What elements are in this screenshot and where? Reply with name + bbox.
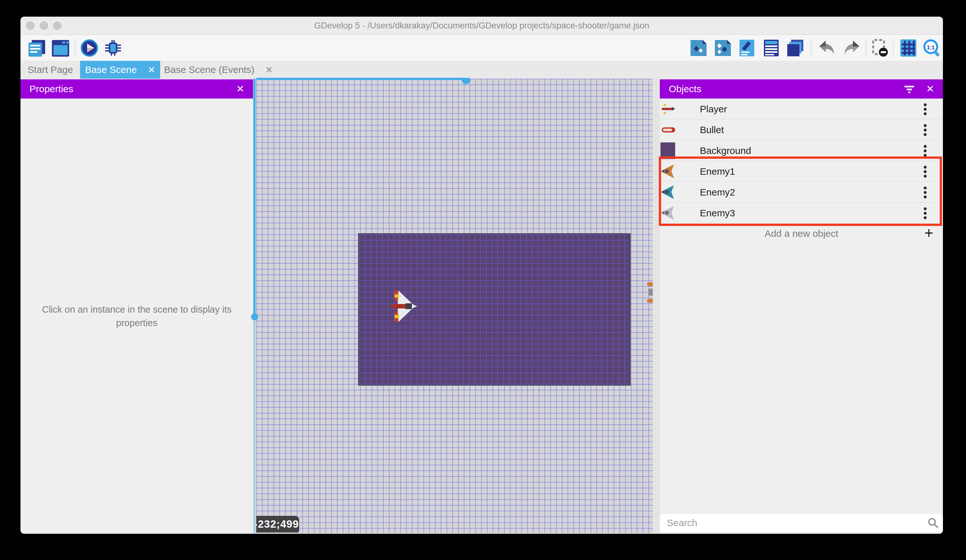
enemy-edge-sprite xyxy=(647,282,653,286)
enemy3-thumbnail-icon xyxy=(660,204,677,222)
tab-label: Base Scene (Events) xyxy=(164,64,254,75)
tab-base-scene-events[interactable]: Base Scene (Events)✕ xyxy=(160,61,277,79)
close-panel-icon[interactable]: ✕ xyxy=(924,79,936,98)
kebab-menu-icon[interactable] xyxy=(918,143,932,158)
selection-resize-handle[interactable] xyxy=(251,313,258,320)
kebab-menu-icon[interactable] xyxy=(918,164,932,178)
svg-text:1:1: 1:1 xyxy=(927,44,935,51)
kebab-menu-icon[interactable] xyxy=(918,206,932,220)
tab-start-page[interactable]: Start Page xyxy=(20,61,80,79)
close-tab-icon[interactable]: ✕ xyxy=(265,61,273,79)
player-ship-sprite[interactable] xyxy=(391,290,418,323)
main-area: Properties ✕ Click on an instance in the… xyxy=(20,79,943,534)
add-object-row[interactable]: Add a new object + xyxy=(660,224,943,243)
toolbar-divider xyxy=(75,39,75,56)
bullet-thumbnail-icon xyxy=(660,121,677,139)
objects-editor-icon[interactable] xyxy=(688,39,708,57)
object-row-enemy1[interactable]: Enemy1 xyxy=(660,161,943,182)
selection-edge-left-faded xyxy=(253,317,256,533)
object-label: Background xyxy=(700,140,751,161)
search-input[interactable] xyxy=(666,514,916,532)
undo-icon[interactable] xyxy=(816,39,838,57)
object-label: Enemy2 xyxy=(700,182,735,203)
kebab-menu-icon[interactable] xyxy=(918,102,932,116)
instances-list-icon[interactable] xyxy=(761,39,781,57)
close-panel-icon[interactable]: ✕ xyxy=(235,79,246,98)
panel-title: Properties xyxy=(30,84,73,94)
objects-panel: Objects ✕ Player Bullet Background xyxy=(660,79,943,534)
app-window: GDevelop 5 - /Users/dkarakay/Documents/G… xyxy=(20,16,943,534)
player-thumbnail-icon xyxy=(660,100,677,118)
kebab-menu-icon[interactable] xyxy=(918,185,932,199)
properties-panel: Properties ✕ Click on an instance in the… xyxy=(20,79,253,534)
window-title: GDevelop 5 - /Users/dkarakay/Documents/G… xyxy=(20,16,943,34)
cursor-coordinates-badge: -232;499 xyxy=(256,516,299,532)
object-row-bullet[interactable]: Bullet xyxy=(660,120,943,140)
layers-editor-icon[interactable] xyxy=(785,39,805,57)
kebab-menu-icon[interactable] xyxy=(918,123,932,137)
main-toolbar: 1:1 xyxy=(20,35,943,61)
properties-header: Properties ✕ xyxy=(20,79,253,98)
object-label: Player xyxy=(700,98,727,120)
objects-header: Objects ✕ xyxy=(660,79,943,98)
enemy-edge-sprite xyxy=(647,299,653,303)
toolbar-divider xyxy=(866,39,866,56)
render-mask-icon[interactable] xyxy=(870,39,890,57)
zoom-original-icon[interactable]: 1:1 xyxy=(922,39,941,57)
start-page-icon[interactable] xyxy=(51,39,71,57)
enemy1-thumbnail-icon xyxy=(660,162,677,180)
grid-icon[interactable] xyxy=(899,39,918,57)
objects-list: Player Bullet Background Enemy1 Enemy2 E… xyxy=(660,98,943,223)
filter-icon[interactable] xyxy=(904,84,915,94)
search-icon xyxy=(928,517,938,528)
background-thumbnail-icon xyxy=(660,142,677,159)
panel-title: Objects xyxy=(669,84,702,94)
close-tab-icon[interactable]: ✕ xyxy=(148,61,155,79)
object-label: Enemy1 xyxy=(700,161,735,182)
project-manager-icon[interactable] xyxy=(27,39,47,57)
tab-label: Base Scene xyxy=(85,64,137,75)
object-search[interactable] xyxy=(660,514,943,532)
scene-canvas[interactable]: -232;499 xyxy=(256,79,653,533)
object-row-player[interactable]: Player xyxy=(660,98,943,120)
toolbar-divider xyxy=(893,39,894,56)
object-label: Bullet xyxy=(700,120,724,140)
plus-icon[interactable]: + xyxy=(924,224,933,243)
properties-empty-message: Click on an instance in the scene to dis… xyxy=(41,303,233,329)
editor-tabs: Start Page Base Scene✕ Base Scene (Event… xyxy=(20,61,943,79)
object-row-enemy3[interactable]: Enemy3 xyxy=(660,203,943,223)
play-icon[interactable] xyxy=(79,39,99,57)
enemy-edge-sprite xyxy=(648,289,653,296)
toolbar-divider xyxy=(811,39,811,56)
object-groups-icon[interactable] xyxy=(713,39,733,57)
title-bar: GDevelop 5 - /Users/dkarakay/Documents/G… xyxy=(20,16,943,34)
selection-edge-top xyxy=(256,78,470,80)
selection-edge-left xyxy=(253,79,256,317)
object-label: Enemy3 xyxy=(700,203,735,223)
add-object-label: Add a new object xyxy=(660,224,943,243)
object-row-enemy2[interactable]: Enemy2 xyxy=(660,182,943,203)
properties-editor-icon[interactable] xyxy=(737,39,757,57)
tab-label: Start Page xyxy=(28,64,73,75)
object-row-background[interactable]: Background xyxy=(660,140,943,161)
enemy2-thumbnail-icon xyxy=(660,183,677,201)
redo-icon[interactable] xyxy=(840,39,863,57)
tab-base-scene[interactable]: Base Scene✕ xyxy=(80,61,160,79)
debugger-icon[interactable] xyxy=(103,39,123,57)
